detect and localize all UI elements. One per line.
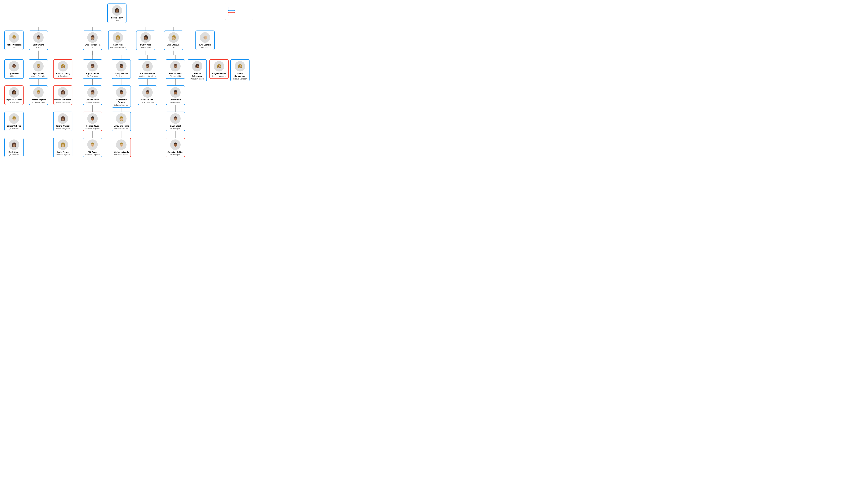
node-christian: 👨🏽Christian VandyOutbound Sales Rep <box>138 59 157 79</box>
avatar-dorena: 👩🏽 <box>57 113 68 124</box>
node-jonis: 👩🏼Jonis ThringSoftware Engineer <box>53 138 72 157</box>
avatar-phil: 👨🏼 <box>87 140 98 150</box>
legend-item-sf <box>228 7 250 11</box>
title-ugo: QA Director <box>10 75 18 77</box>
title-mickey: Software Engineer <box>114 154 128 156</box>
name-gianni: Gianni Block <box>170 125 181 127</box>
node-dorena: 👩🏽Dorena WhebellSoftware Engineer <box>53 112 72 131</box>
node-camila: 👩🏾Camila HintzUX Designer <box>166 86 185 105</box>
name-anna: Anna Yost <box>113 43 122 46</box>
avatar-shana: 👩🏼 <box>168 32 179 43</box>
node-holmes: 👨🏾Holmes DeverSoftware Engineer <box>83 112 102 131</box>
node-emily: 👩🏽Emily AldayQA Specialist <box>4 138 23 157</box>
avatar-laney: 👩🏼 <box>116 113 126 124</box>
avatar-dante: 👨🏽 <box>170 61 180 71</box>
avatar-mickey: 👨🏼 <box>116 140 126 150</box>
legend-box-sf <box>228 7 235 11</box>
title-christian: Outbound Sales Rep <box>139 75 156 77</box>
node-percy: 👨🏾Percy VeltmanSr. Developer <box>112 59 131 79</box>
title-percy: Sr. Developer <box>116 75 127 77</box>
avatar-bernadine: 👩🏽 <box>57 87 68 97</box>
node-kendra: 👩🏼Kendra ScrammageProduct Manager <box>230 59 249 82</box>
avatar-anna: 👩🏼 <box>112 32 123 43</box>
title-phil: Software Engineer <box>85 154 100 156</box>
title-kyle: Content Specialist <box>31 75 46 77</box>
title-james: QA Specialist <box>9 127 19 130</box>
title-freeman: Sr. Account Rep <box>141 101 154 104</box>
name-ugo: Ugo Duckit <box>9 72 19 75</box>
legend-item-ny <box>228 12 250 16</box>
legend-box-ny <box>228 12 235 16</box>
avatar-gianni: 👨🏽 <box>170 113 180 124</box>
node-bernelle: 👩🏼Bernelle CubleySr. Developer <box>53 59 72 79</box>
name-holmes: Holmes Dever <box>86 125 99 127</box>
avatar-dathyl: 👩🏾 <box>140 32 151 43</box>
title-erica: CTO <box>91 47 94 49</box>
node-phil: 👨🏼Phil AcresSoftware Engineer <box>83 138 102 157</box>
name-shana: Shana Maguire <box>167 43 180 46</box>
avatar-freeman: 👨🏽 <box>142 87 153 97</box>
title-birgitta: Sr. Developer <box>87 75 98 77</box>
legend <box>225 3 253 20</box>
title-brigida: Product Manager <box>212 75 226 77</box>
avatar-camila: 👩🏾 <box>170 87 180 97</box>
name-dante: Dante Collins <box>169 72 181 75</box>
node-brigida: 👩🏼Brigida WitheyProduct Manager <box>209 59 229 79</box>
title-berkley: Product Manager <box>191 78 204 80</box>
name-phil: Phil Acres <box>88 151 97 153</box>
node-mickey: 👨🏼Mickey NeilandsSoftware Engineer <box>112 138 131 157</box>
avatar-brigida: 👩🏼 <box>214 61 224 71</box>
title-bent: CMO <box>36 47 40 49</box>
avatar-james: 👨🏼 <box>9 113 19 124</box>
name-beyonce: Beyonce Johnson <box>6 98 22 101</box>
avatar-kyle: 👨🏼 <box>33 61 44 71</box>
title-irwin: VP Product <box>201 47 209 49</box>
name-camila: Camila Hintz <box>170 98 181 101</box>
name-bernelle: Bernelle Cubley <box>55 72 70 75</box>
node-bartholemy: 👨🏾Bartholemy DurganSoftware Engineer <box>112 86 131 108</box>
avatar-matteo: 👨🏼 <box>9 32 19 43</box>
name-freeman: Freeman Beuhler <box>140 98 155 101</box>
title-thomas: Sr. Content Writer <box>31 101 45 104</box>
name-matteo: Matteo Gobeaux <box>6 43 21 46</box>
title-dorena: Software Engineer <box>56 127 70 130</box>
avatar-ugo: 👨🏽 <box>9 61 19 71</box>
node-birgitta: 👩🏽Birgitta RosoniSr. Developer <box>83 59 102 79</box>
node-debby: 👩🏽Debby LethemSoftware Engineer <box>83 86 102 105</box>
title-anna: Executive Secretary <box>110 47 126 49</box>
title-dante: Director of UX <box>170 75 181 77</box>
title-holmes: Software Engineer <box>85 127 100 130</box>
title-dathyl: SVP of Sales <box>141 47 151 49</box>
name-laney: Laney Christmas <box>114 125 129 127</box>
name-jeremiah: Jeremiah Oakton <box>168 151 183 153</box>
name-percy: Percy Veltman <box>115 72 128 75</box>
avatar-irwin: 👴🏼 <box>200 32 210 43</box>
node-bent: 👨🏽Bent GrashaCMO <box>29 31 48 50</box>
title-bernelle: Sr. Developer <box>57 75 68 77</box>
avatar-holmes: 👨🏾 <box>87 113 98 124</box>
node-freeman: 👨🏽Freeman BeuhlerSr. Account Rep <box>138 86 157 105</box>
name-christian: Christian Vandy <box>140 72 155 75</box>
node-ugo: 👨🏽Ugo DuckitQA Director <box>4 59 23 79</box>
title-jeremiah: UX Designer <box>171 154 180 156</box>
node-thomas: 👨🏼Thomas HopkinsSr. Content Writer <box>29 86 48 105</box>
name-mickey: Mickey Neilands <box>114 151 129 153</box>
node-anna: 👩🏼Anna YostExecutive Secretary <box>108 31 127 50</box>
node-gianni: 👨🏽Gianni BlockUX Designer <box>166 112 185 131</box>
name-bent: Bent Grasha <box>33 43 44 46</box>
node-irwin: 👴🏼Irwin SpinelloVP Product <box>195 31 215 50</box>
avatar-beyonce: 👩🏾 <box>9 87 19 97</box>
node-dante: 👨🏽Dante CollinsDirector of UX <box>166 59 185 79</box>
node-erica: 👩🏽Erica RomagueraCTO <box>83 31 102 50</box>
title-bartholemy: Software Engineer <box>114 104 128 106</box>
title-shana: CFO <box>172 47 175 49</box>
name-birgitta: Birgitta Rosoni <box>86 72 100 75</box>
node-norma: 👩🏾Norma PerryCEO <box>107 3 126 23</box>
title-matteo: COO <box>12 47 16 49</box>
node-kyle: 👨🏼Kyle AdamsContent Specialist <box>29 59 48 79</box>
title-kendra: Product Manager <box>233 78 247 80</box>
name-jonis: Jonis Thring <box>57 151 69 153</box>
name-debby: Debby Lethem <box>86 98 99 101</box>
avatar-kendra: 👩🏼 <box>235 61 245 71</box>
title-laney: Software Engineer <box>114 127 128 130</box>
